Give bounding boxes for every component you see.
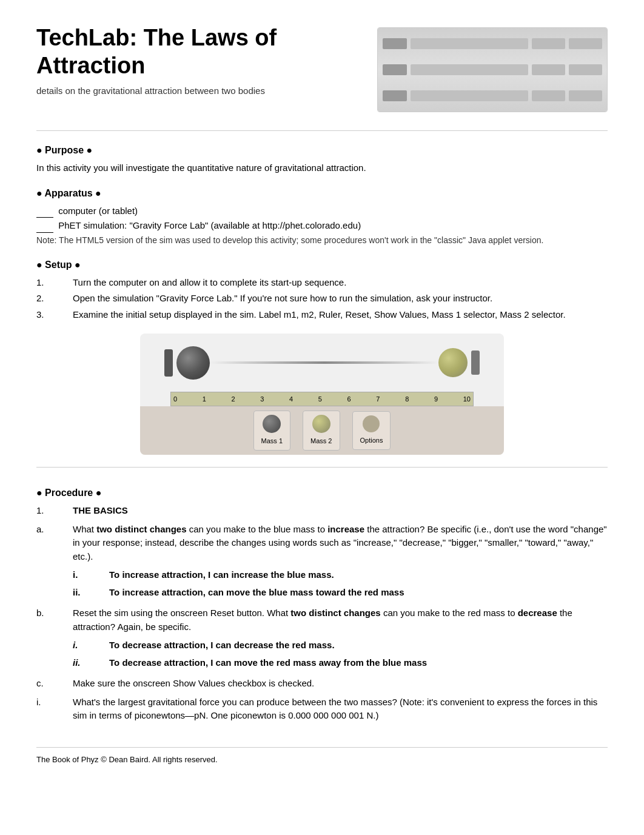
options-circle bbox=[363, 415, 380, 432]
procedure-item-b: b. Reset the sim using the onscreen Rese… bbox=[36, 606, 608, 634]
mass1-control: Mass 1 bbox=[253, 411, 290, 451]
setup-step-1-text: Turn the computer on and allow it to com… bbox=[73, 276, 608, 290]
page-header: TechLab: The Laws of Attraction details … bbox=[36, 24, 608, 112]
item-c-label: c. bbox=[36, 677, 73, 691]
blank-1 bbox=[36, 217, 53, 218]
footer-text: The Book of Phyz © Dean Baird. All right… bbox=[36, 755, 218, 764]
mass2-label: Mass 2 bbox=[310, 437, 332, 444]
page-footer: The Book of Phyz © Dean Baird. All right… bbox=[36, 747, 608, 766]
force-arrows bbox=[210, 354, 438, 372]
answer-b-ii-label: ii. bbox=[73, 656, 109, 670]
item-c-content: Make sure the onscreen Show Values check… bbox=[73, 677, 608, 691]
options-label: Options bbox=[360, 437, 383, 444]
answer-b-ii: ii. To decrease attraction, I can move t… bbox=[73, 656, 608, 670]
mass1-handle bbox=[164, 349, 173, 377]
mass2-control: Mass 2 bbox=[303, 411, 340, 451]
purpose-section: Purpose In this activity you will invest… bbox=[36, 143, 608, 175]
setup-section: Setup 1. Turn the computer on and allow … bbox=[36, 258, 608, 322]
ruler: 0 1 2 3 4 5 6 7 8 9 10 bbox=[170, 392, 474, 406]
title-block: TechLab: The Laws of Attraction details … bbox=[36, 24, 315, 98]
sim-controls: Mass 1 Mass 2 Options bbox=[140, 406, 504, 455]
item-b-label: b. bbox=[36, 606, 73, 634]
apparatus-item-1: computer (or tablet) bbox=[36, 204, 608, 218]
subsection-1-title: THE BASICS bbox=[73, 504, 608, 518]
mass2-sphere bbox=[438, 348, 468, 377]
setup-step-1: 1. Turn the computer on and allow it to … bbox=[36, 276, 608, 290]
sim-top-area bbox=[140, 334, 504, 392]
apparatus-note: Note: The HTML5 version of the sim was u… bbox=[36, 234, 608, 247]
item-i-label: i. bbox=[36, 696, 73, 723]
divider-2 bbox=[36, 467, 608, 468]
setup-step-3-text: Examine the initial setup displayed in t… bbox=[73, 308, 608, 322]
answer-a-i-label: i. bbox=[73, 568, 109, 582]
mass1-label: Mass 1 bbox=[261, 437, 283, 444]
answer-b-i-label: i. bbox=[73, 639, 109, 652]
force-arrow-bar bbox=[210, 361, 438, 364]
answer-b-ii-text: To decrease attraction, I can move the r… bbox=[109, 656, 608, 670]
apparatus-text-2: PhET simulation: "Gravity Force Lab" (av… bbox=[58, 220, 361, 230]
subsection-1-label: 1. bbox=[36, 504, 73, 518]
answer-a-ii-label: ii. bbox=[73, 586, 109, 600]
procedure-heading: Procedure bbox=[36, 486, 608, 500]
divider-1 bbox=[36, 130, 608, 131]
item-i-content: What's the largest gravitational force y… bbox=[73, 696, 608, 723]
setup-list: 1. Turn the computer on and allow it to … bbox=[36, 276, 608, 322]
setup-step-2-text: Open the simulation "Gravity Force Lab."… bbox=[73, 292, 608, 306]
setup-step-2: 2. Open the simulation "Gravity Force La… bbox=[36, 292, 608, 306]
procedure-item-a: a. What two distinct changes can you mak… bbox=[36, 523, 608, 564]
answer-a-ii-text: To increase attraction, can move the blu… bbox=[109, 586, 608, 600]
purpose-heading: Purpose bbox=[36, 143, 608, 158]
ruler-marks: 0 1 2 3 4 5 6 7 8 9 10 bbox=[173, 394, 471, 404]
apparatus-section: Apparatus computer (or tablet) PhET simu… bbox=[36, 186, 608, 247]
header-table-image bbox=[377, 27, 608, 112]
procedure-item-c: c. Make sure the onscreen Show Values ch… bbox=[36, 677, 608, 691]
mass1-sphere bbox=[176, 346, 210, 380]
mass2-area bbox=[438, 348, 480, 377]
answer-b-i: i. To decrease attraction, I can decreas… bbox=[73, 639, 608, 652]
apparatus-heading: Apparatus bbox=[36, 186, 608, 201]
mass1-area bbox=[164, 346, 210, 380]
apparatus-text-1: computer (or tablet) bbox=[58, 206, 138, 216]
answer-a-ii: ii. To increase attraction, can move the… bbox=[73, 586, 608, 600]
mass2-handle bbox=[471, 350, 480, 375]
item-a-label: a. bbox=[36, 523, 73, 564]
procedure-subsection-1: 1. THE BASICS bbox=[36, 504, 608, 518]
item-b-content: Reset the sim using the onscreen Reset b… bbox=[73, 606, 608, 634]
answer-a-i: i. To increase attraction, I can increas… bbox=[73, 568, 608, 582]
blank-2 bbox=[36, 232, 53, 233]
page-title: TechLab: The Laws of Attraction bbox=[36, 24, 315, 79]
item-a-content: What two distinct changes can you make t… bbox=[73, 523, 608, 564]
page-subtitle: details on the gravitational attraction … bbox=[36, 84, 315, 98]
mass2-mini-sphere bbox=[312, 415, 330, 433]
apparatus-item-2: PhET simulation: "Gravity Force Lab" (av… bbox=[36, 219, 608, 233]
procedure-section: Procedure 1. THE BASICS a. What two dist… bbox=[36, 486, 608, 723]
mass1-mini-sphere bbox=[263, 415, 281, 433]
procedure-item-i: i. What's the largest gravitational forc… bbox=[36, 696, 608, 723]
answer-a-i-text: To increase attraction, I can increase t… bbox=[109, 568, 608, 582]
simulation-screenshot: 0 1 2 3 4 5 6 7 8 9 10 Mass 1 Mass 2 Opt… bbox=[140, 334, 504, 455]
answer-b-i-text: To decrease attraction, I can decrease t… bbox=[109, 639, 608, 652]
setup-step-3: 3. Examine the initial setup displayed i… bbox=[36, 308, 608, 322]
options-control: Options bbox=[352, 411, 391, 450]
setup-heading: Setup bbox=[36, 258, 608, 272]
purpose-text: In this activity you will investigate th… bbox=[36, 161, 608, 175]
